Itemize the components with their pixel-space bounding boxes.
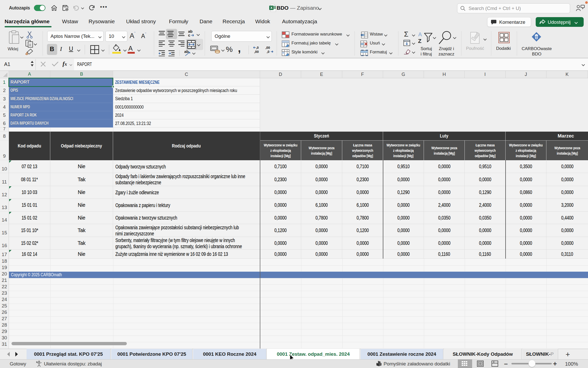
svg-text:,00: ,00 bbox=[265, 46, 270, 50]
svg-text:Z: Z bbox=[418, 38, 421, 44]
svg-text:A: A bbox=[418, 31, 422, 38]
svg-text:ab: ab bbox=[184, 50, 189, 54]
svg-text:X: X bbox=[270, 6, 273, 10]
svg-text:c: c bbox=[188, 33, 190, 37]
svg-text:,0: ,0 bbox=[267, 50, 270, 54]
svg-text:,00: ,00 bbox=[254, 50, 259, 54]
svg-text:,0: ,0 bbox=[256, 46, 259, 50]
